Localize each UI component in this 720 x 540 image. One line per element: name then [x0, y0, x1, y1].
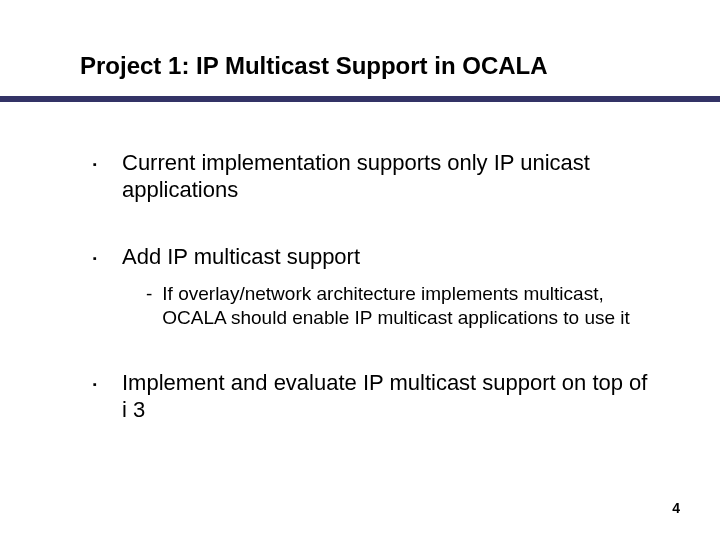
dash-bullet-icon: -	[146, 282, 152, 306]
list-item: - If overlay/network architecture implem…	[146, 282, 650, 330]
list-item-text: Current implementation supports only IP …	[122, 150, 650, 204]
square-bullet-icon: ▪	[90, 253, 100, 264]
sub-list: - If overlay/network architecture implem…	[146, 282, 650, 330]
list-item-text: Implement and evaluate IP multicast supp…	[122, 370, 650, 424]
list-item: ▪ Implement and evaluate IP multicast su…	[90, 370, 650, 424]
list-item-text: Add IP multicast support	[122, 244, 650, 271]
square-bullet-icon: ▪	[90, 379, 100, 390]
list-item: ▪ Add IP multicast support	[90, 244, 650, 271]
title-separator	[0, 96, 720, 102]
square-bullet-icon: ▪	[90, 159, 100, 170]
list-item: ▪ Current implementation supports only I…	[90, 150, 650, 204]
body-list: ▪ Current implementation supports only I…	[90, 150, 650, 464]
slide: Project 1: IP Multicast Support in OCALA…	[0, 0, 720, 540]
slide-title: Project 1: IP Multicast Support in OCALA	[80, 52, 640, 81]
list-item-text: If overlay/network architecture implemen…	[162, 282, 650, 330]
page-number: 4	[672, 500, 680, 516]
